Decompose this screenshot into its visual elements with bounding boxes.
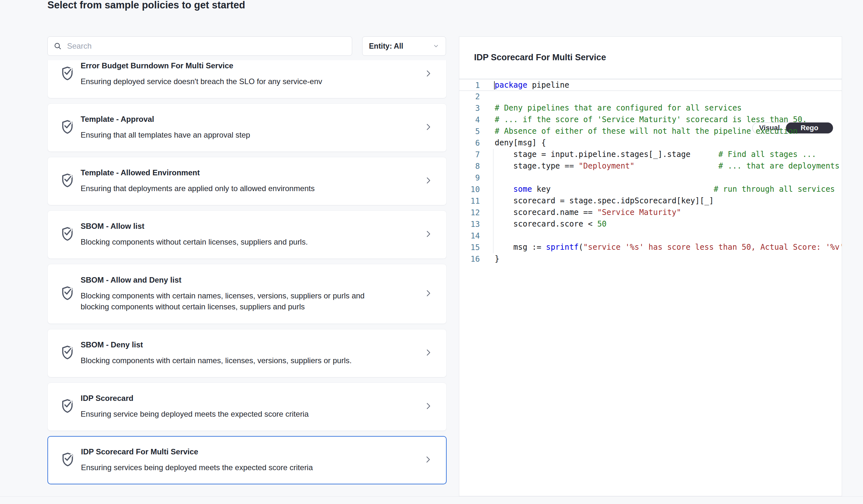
code-editor[interactable]: Visual Rego 1package pipeline23# Deny pi… [459,79,842,265]
policy-card-description: Ensuring services being deployed meets t… [81,462,366,473]
policy-card-title: SBOM - Allow and Deny list [80,275,366,285]
line-number: 4 [459,114,480,126]
code-line: 9 [459,172,842,184]
policy-card-title: SBOM - Allow list [80,222,366,231]
code-line: 11 scorecard = stage.spec.idpScorecard[k… [459,195,842,207]
code-line: 5# Absence of either of these will not h… [459,126,842,137]
policy-card-title: IDP Scorecard [80,394,366,403]
policy-card-title: Template - Allowed Environment [80,168,366,177]
policy-card[interactable]: SBOM - Allow and Deny listBlocking compo… [47,264,447,324]
policy-card-title: Error Budget Burndown For Multi Service [80,61,366,70]
page-title: Select from sample policies to get start… [47,0,245,12]
search-box[interactable] [47,36,352,56]
policy-card[interactable]: Template - Allowed EnvironmentEnsuring t… [47,157,447,205]
panel-header: IDP Scorecard For Multi Service [459,37,842,79]
shield-check-icon [60,285,75,301]
shield-check-icon [60,119,75,135]
line-number: 8 [459,160,480,172]
entity-filter-dropdown[interactable]: Entity: All [362,36,446,56]
shield-check-icon [60,451,75,468]
line-number: 3 [459,102,480,114]
line-number: 14 [459,230,480,242]
policy-card-title: Template - Approval [80,115,366,124]
chevron-down-icon [433,43,439,49]
line-number: 7 [459,149,480,160]
shield-check-icon [60,345,75,361]
code-line: 1package pipeline [459,79,842,91]
chevron-right-icon [424,122,433,132]
code-line: 15 msg := sprintf("service '%s' has scor… [459,242,842,253]
line-number: 10 [459,184,480,195]
line-number: 1 [459,80,480,91]
code-line: 14 [459,230,842,242]
policy-card-title: SBOM - Deny list [80,340,366,349]
policy-card[interactable]: Template - ApprovalEnsuring that all tem… [47,103,447,152]
policy-card-description: Ensuring that all templates have an appr… [80,130,366,141]
policy-card-title: IDP Scorecard For Multi Service [81,447,366,456]
policy-card[interactable]: SBOM - Deny listBlocking components with… [47,329,447,377]
code-line: 16} [459,253,842,265]
chevron-right-icon [424,68,433,79]
chevron-right-icon [424,288,433,298]
shield-check-icon [60,65,75,81]
policy-list: Error Budget Burndown For Multi ServiceE… [47,60,447,496]
chevron-right-icon [424,175,433,185]
text-caret [494,81,495,90]
line-number: 13 [459,219,480,230]
line-number: 9 [459,172,480,184]
policy-card-description: Ensuring deployed service doesn't breach… [80,76,366,87]
policy-card[interactable]: SBOM - Allow listBlocking components wit… [47,210,447,259]
code-line: 10 some key # run through all services [459,184,842,195]
policy-card-description: Ensuring that deployments are applied on… [80,183,366,194]
search-icon [53,42,62,50]
policy-detail-panel: IDP Scorecard For Multi Service Visual R… [459,36,842,496]
line-number: 5 [459,126,480,137]
chevron-right-icon [424,347,433,358]
search-input[interactable] [66,41,346,51]
panel-title: IDP Scorecard For Multi Service [474,53,606,63]
policy-card-description: Blocking components without certain lice… [80,236,366,247]
policy-card[interactable]: Error Budget Burndown For Multi ServiceE… [47,60,447,98]
line-number: 2 [459,91,480,102]
code-line: 2 [459,91,842,102]
chevron-right-icon [424,401,433,411]
policy-card-description: Blocking components with certain names, … [80,355,366,366]
line-number: 11 [459,195,480,207]
code-line: 6deny[msg] { [459,137,842,149]
line-number: 12 [459,207,480,219]
code-rows: 1package pipeline23# Deny pipelines that… [459,79,842,265]
shield-check-icon [60,172,75,189]
shield-check-icon [60,398,75,414]
policy-card-description: Ensuring service being deployed meets th… [80,409,366,419]
code-line: 7 stage = input.pipeline.stages[_].stage… [459,149,842,160]
chevron-right-icon [424,229,433,239]
line-number: 16 [459,253,480,265]
code-line: 3# Deny pipelines that are configured fo… [459,102,842,114]
policy-card[interactable]: IDP Scorecard For Multi ServiceEnsuring … [47,436,447,484]
line-number: 15 [459,242,480,253]
policy-card[interactable]: IDP ScorecardEnsuring service being depl… [47,383,447,431]
code-line: 13 scorecard.score < 50 [459,219,842,230]
chevron-right-icon [423,454,433,465]
line-number: 6 [459,137,480,149]
entity-filter-label: Entity: All [369,42,403,51]
shield-check-icon [60,226,75,242]
code-line: 8 stage.type == "Deployment" # ... that … [459,160,842,172]
bottom-divider [0,496,863,496]
policy-card-description: Blocking components with certain names, … [80,290,366,312]
code-line: 12 scorecard.name == "Service Maturity" [459,207,842,219]
code-line: 4# ... if the score of 'Service Maturity… [459,114,842,126]
